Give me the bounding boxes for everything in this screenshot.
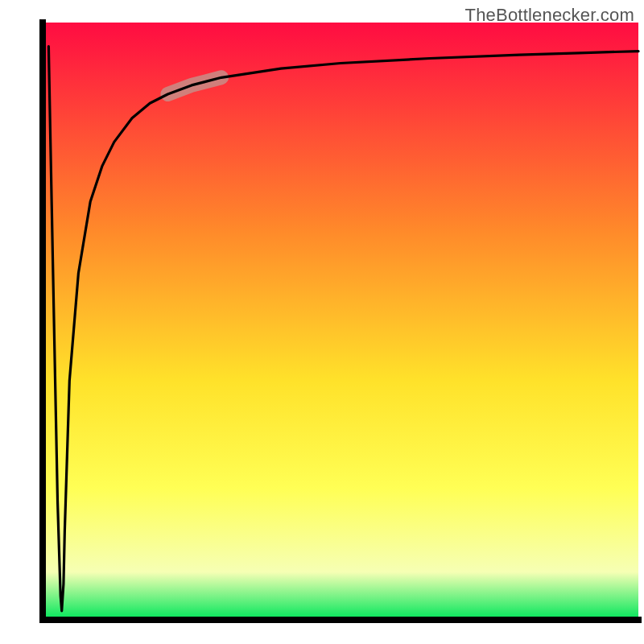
attribution-label: TheBottlenecker.com	[465, 5, 634, 26]
plot-background	[43, 23, 638, 620]
chart-container: TheBottlenecker.com	[0, 0, 644, 644]
chart-svg	[0, 0, 644, 644]
